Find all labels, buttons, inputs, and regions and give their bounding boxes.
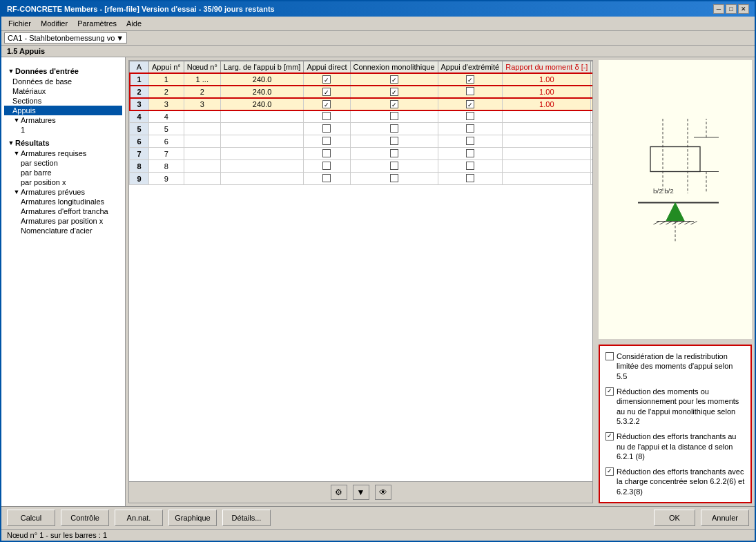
table-row[interactable]: 66 bbox=[130, 135, 593, 148]
cell-larg[interactable]: 240.0 bbox=[220, 98, 304, 110]
cell-larg[interactable] bbox=[220, 135, 304, 148]
sidebar-item-sections[interactable]: Sections bbox=[4, 96, 122, 106]
option-checkbox-0[interactable] bbox=[605, 352, 614, 360]
close-button[interactable]: ✕ bbox=[738, 4, 749, 14]
cell-appui-direct[interactable]: ✓ bbox=[304, 98, 350, 110]
cell-noeud[interactable]: 3 bbox=[184, 98, 220, 110]
sidebar-item-armatures[interactable]: ▼ Armatures bbox=[4, 115, 122, 125]
cell-rapport[interactable] bbox=[503, 123, 591, 135]
cell-noeud[interactable] bbox=[184, 160, 220, 173]
sidebar-item-par-position-x[interactable]: par position x bbox=[4, 177, 122, 187]
table-row[interactable]: 55 bbox=[130, 123, 593, 135]
cell-appui-direct[interactable] bbox=[304, 148, 350, 160]
cell-extremite[interactable]: ✓ bbox=[438, 73, 503, 86]
cell-noeud[interactable] bbox=[184, 123, 220, 135]
cell-noeud[interactable] bbox=[184, 148, 220, 160]
sidebar-item-materiaux[interactable]: Matériaux bbox=[4, 86, 122, 96]
table-row[interactable]: 111 ...240.0✓✓✓1.00 bbox=[130, 73, 593, 86]
option-checkbox-1[interactable] bbox=[605, 387, 614, 396]
sidebar-item-resultats[interactable]: ▼ Résultats bbox=[4, 137, 122, 148]
graphique-button[interactable]: Graphique bbox=[168, 510, 217, 526]
ok-button[interactable]: OK bbox=[654, 510, 695, 526]
cell-extremite[interactable]: ✓ bbox=[438, 98, 503, 110]
calcul-button[interactable]: Calcul bbox=[7, 510, 55, 526]
cell-larg[interactable]: 240.0 bbox=[220, 86, 304, 98]
cell-extremite[interactable] bbox=[438, 123, 503, 135]
cell-appui[interactable]: 8 bbox=[149, 160, 184, 173]
details-button[interactable]: Détails... bbox=[222, 510, 271, 526]
minimize-button[interactable]: ─ bbox=[713, 4, 724, 14]
cell-larg[interactable] bbox=[220, 160, 304, 173]
cell-commentaire[interactable] bbox=[591, 160, 592, 173]
cell-commentaire[interactable] bbox=[591, 98, 592, 110]
cell-commentaire[interactable] bbox=[591, 73, 592, 86]
cell-appui-direct[interactable] bbox=[304, 160, 350, 173]
cell-appui[interactable]: 7 bbox=[149, 148, 184, 160]
cell-rapport[interactable] bbox=[503, 160, 591, 173]
sidebar-item-donnees-base[interactable]: Données de base bbox=[4, 77, 122, 86]
cell-appui[interactable]: 6 bbox=[149, 135, 184, 148]
menu-fichier[interactable]: Fichier bbox=[4, 18, 35, 29]
annuler-button[interactable]: Annuler bbox=[701, 510, 749, 526]
cell-extremite[interactable] bbox=[438, 160, 503, 173]
menu-aide[interactable]: Aide bbox=[122, 18, 146, 29]
sidebar-item-appuis[interactable]: Appuis bbox=[4, 106, 122, 115]
table-row[interactable]: 99 bbox=[130, 173, 593, 185]
view-tool-button[interactable]: 👁 bbox=[375, 485, 391, 500]
cell-larg[interactable] bbox=[220, 123, 304, 135]
cell-noeud[interactable]: 2 bbox=[184, 86, 220, 98]
table-row[interactable]: 44 bbox=[130, 110, 593, 123]
sidebar-item-armatures-effort[interactable]: Armatures d'effort trancha bbox=[4, 206, 122, 216]
sidebar-item-armatures-pos-x[interactable]: Armatures par position x bbox=[4, 216, 122, 226]
cell-larg[interactable] bbox=[220, 148, 304, 160]
cell-commentaire[interactable] bbox=[591, 110, 592, 123]
cell-commentaire[interactable] bbox=[591, 123, 592, 135]
cell-appui-direct[interactable] bbox=[304, 110, 350, 123]
cell-connexion[interactable] bbox=[350, 135, 438, 148]
cell-appui[interactable]: 4 bbox=[149, 110, 184, 123]
cell-appui[interactable]: 2 bbox=[149, 86, 184, 98]
option-item-3[interactable]: Réduction des efforts tranchants avec la… bbox=[605, 467, 745, 496]
option-item-2[interactable]: Réduction des efforts tranchants au nu d… bbox=[605, 432, 745, 461]
table-row[interactable]: 222240.0✓✓1.00 bbox=[130, 86, 593, 98]
cell-appui-direct[interactable]: ✓ bbox=[304, 73, 350, 86]
table-container[interactable]: A Appui n° Nœud n° Larg. de l'appui b [m… bbox=[129, 61, 592, 481]
cell-noeud[interactable]: 1 ... bbox=[184, 73, 220, 86]
cell-connexion[interactable]: ✓ bbox=[350, 73, 438, 86]
table-row[interactable]: 88 bbox=[130, 160, 593, 173]
controle-button[interactable]: Contrôle bbox=[61, 510, 109, 526]
sidebar-item-par-barre[interactable]: par barre bbox=[4, 168, 122, 177]
case-dropdown[interactable]: CA1 - Stahlbetonbemessung vo ▼ bbox=[4, 32, 127, 43]
cell-connexion[interactable] bbox=[350, 110, 438, 123]
cell-connexion[interactable] bbox=[350, 148, 438, 160]
cell-commentaire[interactable] bbox=[591, 135, 592, 148]
sidebar-item-donnees-entree[interactable]: ▼ Données d'entrée bbox=[4, 66, 122, 77]
cell-appui-direct[interactable]: ✓ bbox=[304, 86, 350, 98]
cell-rapport[interactable]: 1.00 bbox=[503, 98, 591, 110]
cell-extremite[interactable] bbox=[438, 110, 503, 123]
cell-commentaire[interactable] bbox=[591, 86, 592, 98]
cell-rapport[interactable] bbox=[503, 173, 591, 185]
settings-tool-button[interactable]: ⚙ bbox=[331, 485, 347, 500]
cell-rapport[interactable] bbox=[503, 148, 591, 160]
cell-appui-direct[interactable] bbox=[304, 135, 350, 148]
cell-connexion[interactable] bbox=[350, 123, 438, 135]
sidebar-item-armatures-long[interactable]: Armatures longitudinales bbox=[4, 197, 122, 206]
option-checkbox-3[interactable] bbox=[605, 467, 614, 476]
cell-appui[interactable]: 5 bbox=[149, 123, 184, 135]
cell-appui[interactable]: 3 bbox=[149, 98, 184, 110]
cell-connexion[interactable] bbox=[350, 160, 438, 173]
cell-rapport[interactable]: 1.00 bbox=[503, 73, 591, 86]
cell-rapport[interactable] bbox=[503, 110, 591, 123]
cell-noeud[interactable] bbox=[184, 110, 220, 123]
sidebar-item-nomenclature[interactable]: Nomenclature d'acier bbox=[4, 226, 122, 235]
cell-commentaire[interactable] bbox=[591, 173, 592, 185]
cell-commentaire[interactable] bbox=[591, 148, 592, 160]
cell-appui-direct[interactable] bbox=[304, 123, 350, 135]
cell-connexion[interactable]: ✓ bbox=[350, 98, 438, 110]
cell-rapport[interactable]: 1.00 bbox=[503, 86, 591, 98]
cell-appui[interactable]: 1 bbox=[149, 73, 184, 86]
sidebar-item-armatures-prevues[interactable]: ▼ Armatures prévues bbox=[4, 187, 122, 197]
cell-noeud[interactable] bbox=[184, 135, 220, 148]
option-item-1[interactable]: Réduction des moments ou dimensionnement… bbox=[605, 387, 745, 426]
